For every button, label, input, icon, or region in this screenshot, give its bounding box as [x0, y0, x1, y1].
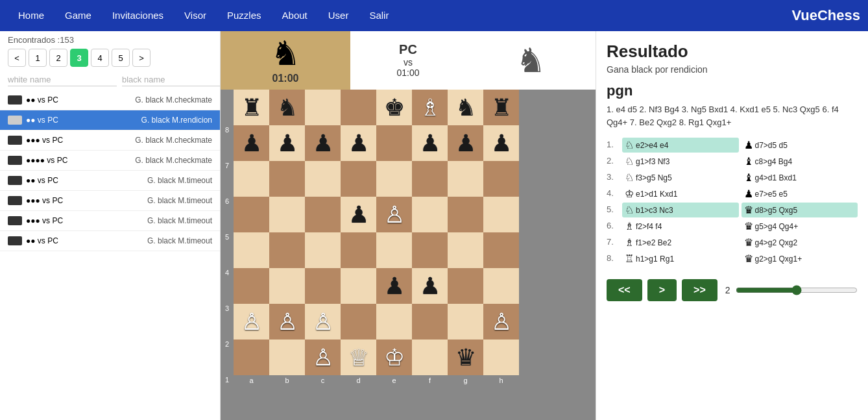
btn-next[interactable]: >> — [682, 279, 717, 301]
board-square[interactable]: ♙ — [483, 304, 519, 340]
white-move[interactable]: ♘f3>g5 Ng5 — [622, 170, 739, 185]
board-square[interactable] — [269, 268, 305, 304]
board-square[interactable] — [234, 161, 269, 197]
board-square[interactable]: ♟ — [341, 197, 376, 232]
board-square[interactable]: ♟ — [269, 125, 305, 161]
board-square[interactable] — [269, 161, 305, 197]
board-square[interactable] — [412, 304, 448, 340]
board-square[interactable]: ♙ — [269, 304, 305, 340]
board-square[interactable] — [305, 232, 341, 268]
board-square[interactable] — [269, 340, 305, 375]
board-square[interactable]: ♜ — [234, 90, 269, 125]
board-square[interactable] — [376, 304, 412, 340]
board-square[interactable] — [448, 232, 483, 268]
page-5[interactable]: 5 — [112, 49, 130, 67]
page-3[interactable]: 3 — [70, 49, 88, 67]
board-square[interactable]: ♙ — [234, 304, 269, 340]
board-square[interactable] — [412, 161, 448, 197]
board-square[interactable]: ♚ — [376, 90, 412, 125]
board-square[interactable] — [448, 268, 483, 304]
board-square[interactable]: ♗ — [412, 90, 448, 125]
black-move[interactable]: ♛g4>g2 Qxg2 — [741, 235, 858, 250]
board-square[interactable] — [412, 340, 448, 375]
board-square[interactable]: ♙ — [305, 304, 341, 340]
game-item[interactable]: ●● vs PC G. black M.timeout — [0, 231, 220, 251]
board-square[interactable] — [376, 125, 412, 161]
game-item[interactable]: ●●● vs PC G. black M.checkmate — [0, 130, 220, 151]
page-4[interactable]: 4 — [91, 49, 109, 67]
white-move[interactable]: ♗f1>e2 Be2 — [622, 235, 739, 250]
black-move[interactable]: ♟e7>e5 e5 — [741, 186, 858, 201]
board-square[interactable] — [269, 197, 305, 232]
black-move[interactable]: ♟d7>d5 d5 — [741, 138, 858, 153]
board-square[interactable] — [341, 304, 376, 340]
game-item[interactable]: ●● vs PC G. black M.rendicion — [0, 110, 220, 130]
board-square[interactable] — [234, 197, 269, 232]
board-square[interactable] — [483, 340, 519, 375]
game-item[interactable]: ●● vs PC G. black M.checkmate — [0, 90, 220, 110]
board-square[interactable] — [269, 232, 305, 268]
board-square[interactable]: ♞ — [448, 90, 483, 125]
black-move[interactable]: ♛g5>g4 Qg4+ — [741, 219, 858, 234]
board-square[interactable]: ♕ — [341, 340, 376, 375]
black-move[interactable]: ♝g4>d1 Bxd1 — [741, 170, 858, 185]
board-square[interactable] — [448, 197, 483, 232]
game-item[interactable]: ●●● vs PC G. black M.timeout — [0, 211, 220, 231]
board-square[interactable] — [483, 268, 519, 304]
board-square[interactable] — [234, 232, 269, 268]
board-square[interactable] — [412, 232, 448, 268]
nav-game[interactable]: Game — [54, 0, 102, 31]
board-square[interactable] — [305, 268, 341, 304]
board-square[interactable] — [376, 232, 412, 268]
board-square[interactable]: ♟ — [305, 125, 341, 161]
btn-prev[interactable]: > — [647, 279, 677, 301]
board-square[interactable] — [234, 268, 269, 304]
board-square[interactable] — [305, 161, 341, 197]
prev-page[interactable]: < — [8, 49, 26, 67]
btn-start[interactable]: << — [607, 279, 642, 301]
nav-visor[interactable]: Visor — [174, 0, 217, 31]
board-square[interactable]: ♟ — [341, 125, 376, 161]
board-square[interactable] — [448, 304, 483, 340]
nav-invitaciones[interactable]: Invitaciones — [102, 0, 174, 31]
board-square[interactable]: ♙ — [376, 197, 412, 232]
game-item[interactable]: ●●●● vs PC G. black M.checkmate — [0, 151, 220, 171]
board-square[interactable] — [483, 232, 519, 268]
board-square[interactable] — [341, 161, 376, 197]
board-square[interactable] — [341, 268, 376, 304]
nav-salir[interactable]: Salir — [359, 0, 399, 31]
black-move[interactable]: ♛d8>g5 Qxg5 — [741, 203, 858, 217]
board-square[interactable]: ♟ — [412, 268, 448, 304]
board-square[interactable] — [305, 90, 341, 125]
white-move[interactable]: ♖h1>g1 Rg1 — [622, 251, 739, 266]
nav-about[interactable]: About — [272, 0, 318, 31]
board-square[interactable] — [483, 197, 519, 232]
nav-user[interactable]: User — [318, 0, 359, 31]
board-grid[interactable]: ♜♞♚♗♞♜♟♟♟♟♟♟♟♟♙♟♟♙♙♙♙♙♕♔♛ — [234, 90, 519, 375]
board-square[interactable]: ♟ — [412, 125, 448, 161]
board-square[interactable]: ♙ — [305, 340, 341, 375]
nav-puzzles[interactable]: Puzzles — [217, 0, 272, 31]
page-2[interactable]: 2 — [49, 49, 67, 67]
board-square[interactable]: ♟ — [448, 125, 483, 161]
board-square[interactable]: ♛ — [448, 340, 483, 375]
black-name-input[interactable] — [122, 73, 221, 86]
board-square[interactable] — [234, 340, 269, 375]
board-square[interactable]: ♞ — [269, 90, 305, 125]
white-move[interactable]: ♔e1>d1 Kxd1 — [622, 186, 739, 201]
board-square[interactable] — [341, 232, 376, 268]
game-item[interactable]: ●● vs PC G. black M.timeout — [0, 171, 220, 191]
board-square[interactable]: ♜ — [483, 90, 519, 125]
board-square[interactable] — [376, 161, 412, 197]
board-square[interactable] — [483, 161, 519, 197]
page-1[interactable]: 1 — [29, 49, 47, 67]
next-page[interactable]: > — [132, 49, 151, 67]
white-move[interactable]: ♘b1>c3 Nc3 — [622, 203, 739, 217]
board-square[interactable]: ♟ — [483, 125, 519, 161]
white-name-input[interactable] — [8, 73, 117, 86]
board-square[interactable] — [341, 90, 376, 125]
white-move[interactable]: ♘e2>e4 e4 — [622, 138, 739, 153]
black-move[interactable]: ♛g2>g1 Qxg1+ — [741, 251, 858, 266]
nav-home[interactable]: Home — [8, 0, 54, 31]
move-slider[interactable] — [736, 285, 858, 295]
